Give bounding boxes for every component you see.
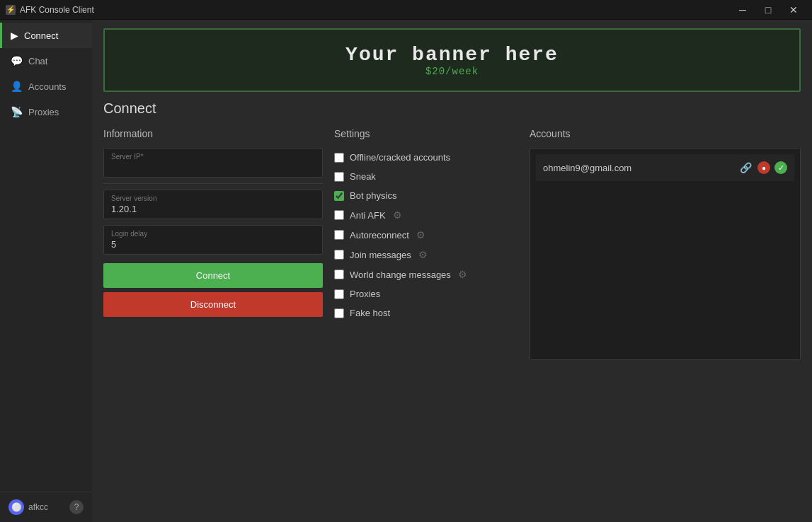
server-ip-group: Server IP*: [103, 148, 323, 178]
main-content: Your banner here $20/week Connect Inform…: [92, 20, 812, 522]
login-delay-input[interactable]: [111, 239, 315, 250]
sidebar-item-connect[interactable]: ▶ Connect: [0, 23, 92, 48]
server-version-group: Server version: [103, 190, 323, 219]
account-actions: 🔗●✓: [738, 160, 787, 175]
gear-icon-join_messages[interactable]: ⚙: [418, 249, 428, 260]
setting-item-fake_host: Fake host: [334, 303, 518, 323]
checkbox-autoreconnect[interactable]: [334, 230, 344, 240]
setting-label-sneak: Sneak: [350, 171, 376, 182]
disconnect-button[interactable]: Disconnect: [103, 292, 323, 317]
sidebar-item-chat-label: Chat: [28, 56, 47, 66]
title-bar-left: ⚡ AFK Console Client: [6, 5, 94, 15]
setting-item-sneak: Sneak: [334, 167, 518, 186]
settings-panel: Settings Offline/cracked accountsSneakBo…: [334, 128, 518, 360]
proxies-icon: 📡: [11, 106, 23, 117]
close-button[interactable]: ✕: [781, 0, 806, 20]
gear-icon-world_change_messages[interactable]: ⚙: [458, 269, 467, 280]
app-label: afkcc: [28, 502, 48, 512]
connect-section-title: Connect: [103, 100, 801, 117]
account-active-button[interactable]: ✓: [774, 161, 787, 174]
sidebar: ▶ Connect 💬 Chat 👤 Accounts 📡 Proxies ⚪ …: [0, 20, 92, 522]
app-icon: ⚡: [6, 5, 16, 15]
input-divider-1: [103, 183, 323, 184]
setting-item-join_messages: Join messages⚙: [334, 245, 518, 265]
minimize-button[interactable]: ─: [730, 0, 755, 20]
server-version-input[interactable]: [111, 204, 315, 214]
checkbox-offline_cracked[interactable]: [334, 153, 344, 163]
setting-item-bot_physics: Bot physics: [334, 186, 518, 205]
account-delete-button[interactable]: ●: [757, 161, 770, 174]
title-bar-controls: ─ □ ✕: [730, 0, 806, 20]
server-version-label: Server version: [111, 195, 315, 202]
setting-label-join_messages: Join messages: [350, 250, 411, 260]
gear-icon-autoreconnect[interactable]: ⚙: [416, 229, 425, 240]
sidebar-item-proxies[interactable]: 📡 Proxies: [0, 99, 92, 124]
accounts-title: Accounts: [530, 128, 801, 139]
panels: Information Server IP* Server version Lo…: [103, 128, 801, 360]
setting-label-fake_host: Fake host: [350, 308, 390, 318]
server-ip-input[interactable]: [111, 162, 315, 173]
banner-subtitle: $20/week: [425, 66, 479, 77]
connect-icon: ▶: [11, 30, 18, 41]
accounts-panel: Accounts ohmelin9@gmail.com🔗●✓: [530, 128, 801, 360]
server-ip-label: Server IP*: [111, 153, 315, 161]
setting-label-autoreconnect: Autoreconnect: [350, 230, 409, 240]
sidebar-item-chat[interactable]: 💬 Chat: [0, 48, 92, 74]
accounts-icon: 👤: [11, 81, 23, 92]
discord-icon[interactable]: ⚪: [8, 499, 24, 515]
sidebar-footer-left: ⚪ afkcc: [8, 499, 48, 515]
setting-label-bot_physics: Bot physics: [350, 190, 396, 201]
gear-icon-anti_afk[interactable]: ⚙: [393, 209, 402, 221]
login-delay-label: Login delay: [111, 230, 315, 238]
sidebar-footer: ⚪ afkcc ?: [0, 492, 92, 522]
checkbox-world_change_messages[interactable]: [334, 269, 344, 279]
chat-icon: 💬: [11, 55, 23, 66]
checkbox-proxies[interactable]: [334, 289, 344, 299]
sidebar-item-accounts-label: Accounts: [28, 81, 66, 92]
setting-label-world_change_messages: World change messages: [350, 269, 451, 280]
checkbox-join_messages[interactable]: [334, 250, 344, 260]
information-title: Information: [103, 128, 323, 139]
setting-label-offline_cracked: Offline/cracked accounts: [350, 152, 450, 163]
setting-label-anti_afk: Anti AFK: [350, 210, 386, 221]
setting-item-proxies: Proxies: [334, 284, 518, 303]
sidebar-item-proxies-label: Proxies: [28, 107, 59, 117]
app-body: ▶ Connect 💬 Chat 👤 Accounts 📡 Proxies ⚪ …: [0, 20, 812, 522]
title-bar: ⚡ AFK Console Client ─ □ ✕: [0, 0, 812, 20]
help-icon[interactable]: ?: [69, 500, 84, 514]
checkbox-anti_afk[interactable]: [334, 210, 344, 220]
account-edit-button[interactable]: 🔗: [738, 160, 753, 175]
banner-title: Your banner here: [345, 44, 559, 66]
login-delay-group: Login delay: [103, 225, 323, 255]
checkbox-fake_host[interactable]: [334, 308, 344, 318]
settings-options: Offline/cracked accountsSneakBot physics…: [334, 148, 518, 323]
setting-label-proxies: Proxies: [350, 289, 380, 299]
connect-section: Connect Information Server IP* Server ve…: [92, 100, 812, 371]
setting-item-anti_afk: Anti AFK⚙: [334, 205, 518, 225]
checkbox-sneak[interactable]: [334, 172, 344, 182]
app-title: AFK Console Client: [20, 5, 94, 15]
setting-item-offline_cracked: Offline/cracked accounts: [334, 148, 518, 167]
sidebar-item-accounts[interactable]: 👤 Accounts: [0, 74, 92, 99]
checkbox-bot_physics[interactable]: [334, 191, 344, 201]
settings-title: Settings: [334, 128, 518, 139]
setting-item-autoreconnect: Autoreconnect⚙: [334, 225, 518, 245]
account-item: ohmelin9@gmail.com🔗●✓: [536, 154, 794, 181]
information-panel: Information Server IP* Server version Lo…: [103, 128, 323, 360]
sidebar-item-connect-label: Connect: [24, 30, 58, 41]
setting-item-world_change_messages: World change messages⚙: [334, 265, 518, 284]
account-email: ohmelin9@gmail.com: [543, 163, 738, 173]
accounts-box: ohmelin9@gmail.com🔗●✓: [530, 148, 801, 360]
sidebar-nav: ▶ Connect 💬 Chat 👤 Accounts 📡 Proxies: [0, 20, 92, 492]
connect-button[interactable]: Connect: [103, 263, 323, 288]
banner: Your banner here $20/week: [103, 28, 801, 92]
maximize-button[interactable]: □: [755, 0, 781, 20]
